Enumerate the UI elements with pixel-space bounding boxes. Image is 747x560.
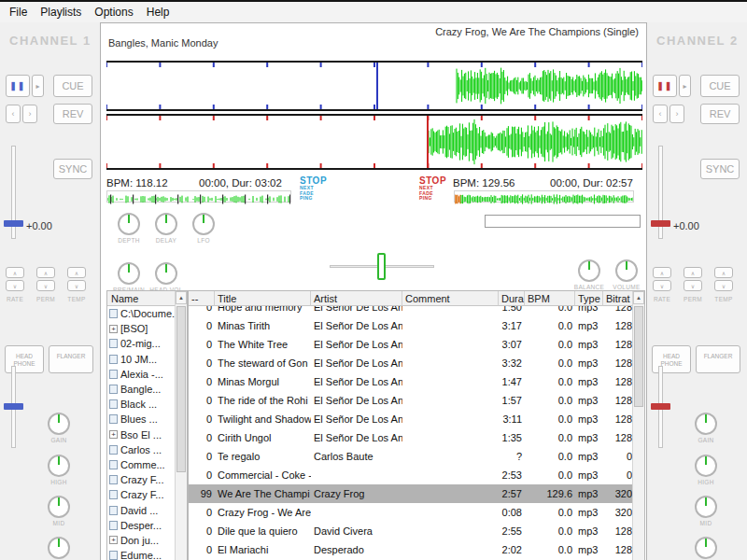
deck-a-waveform[interactable]: [106, 61, 642, 111]
channel-1-rev-button[interactable]: REV: [53, 104, 92, 124]
tree-item[interactable]: 10 JM...: [107, 352, 175, 367]
channel-2-pitch-slider-handle[interactable]: [651, 220, 670, 227]
tree-item[interactable]: Alexia -...: [107, 367, 175, 382]
channel-1-rate-down-button[interactable]: ∨: [6, 280, 24, 291]
channel-1-pitch-slider-handle[interactable]: [4, 220, 23, 227]
tree-item[interactable]: Crazy F...: [107, 487, 175, 502]
fx-depth-knob[interactable]: [118, 213, 140, 235]
channel-1-temp-up-button[interactable]: ∧: [67, 267, 86, 278]
channel-1-seek-back-button[interactable]: ‹: [6, 105, 21, 123]
deck-b-waveform[interactable]: [106, 114, 642, 170]
channel-1-temp-down-button[interactable]: ∨: [67, 280, 86, 291]
channel-1-low-knob[interactable]: [48, 537, 70, 559]
tree-item[interactable]: Edume...: [107, 548, 175, 560]
column-header-bpm[interactable]: BPM: [525, 291, 575, 306]
channel-2-mid-knob[interactable]: [695, 496, 717, 518]
channel-2-rev-button[interactable]: REV: [700, 104, 740, 124]
tree-item[interactable]: +[BSO]: [107, 321, 175, 336]
master-volume-knob[interactable]: [615, 259, 638, 282]
scroll-up-icon[interactable]: ▲: [633, 291, 644, 304]
tree-name-header[interactable]: Name: [107, 291, 176, 306]
column-header-comment[interactable]: Comment: [402, 291, 499, 306]
channel-2-play-button[interactable]: ▸: [679, 75, 691, 97]
deck-a-stop-indicator[interactable]: STOP NEXTFADEPING: [300, 175, 341, 202]
channel-1-play-button[interactable]: ▸: [32, 75, 44, 97]
channel-2-sync-button[interactable]: SYNC: [700, 159, 740, 179]
channel-2-rate-down-button[interactable]: ∨: [653, 280, 671, 291]
channel-2-temp-up-button[interactable]: ∧: [714, 267, 733, 278]
column-header-type[interactable]: Type: [575, 291, 603, 306]
channel-1-cue-button[interactable]: CUE: [53, 75, 92, 97]
tree-item[interactable]: Comme...: [107, 457, 175, 472]
channel-2-low-knob[interactable]: [695, 537, 717, 559]
tree-item[interactable]: C:\Docume...: [107, 306, 175, 321]
column-header-title[interactable]: Title: [215, 291, 311, 306]
tree-expand-icon[interactable]: +: [109, 430, 118, 439]
channel-1-mid-knob[interactable]: [48, 496, 70, 518]
master-balance-knob[interactable]: [578, 259, 600, 282]
channel-1-rate-up-button[interactable]: ∧: [6, 267, 24, 278]
table-row[interactable]: 0The steward of GonEl Señor De Los Anil3…: [189, 354, 632, 372]
deck-b-overview-strip[interactable]: [454, 190, 634, 203]
table-row[interactable]: 0Minas MorgulEl Señor De Los Anil1:470.0…: [189, 372, 632, 391]
table-row[interactable]: 0The White TreeEl Señor De Los Anil3:070…: [189, 335, 632, 354]
crossfader-handle[interactable]: [377, 253, 386, 280]
channel-2-volume-slider-handle[interactable]: [651, 403, 670, 410]
channel-1-gain-knob[interactable]: [48, 413, 70, 435]
table-row[interactable]: 0Te regaloCarlos Baute?0.0mp30: [189, 447, 632, 466]
search-input[interactable]: [485, 215, 641, 228]
channel-1-volume-slider-handle[interactable]: [4, 403, 23, 410]
table-row[interactable]: 0Cirith UngolEl Señor De Los Anil1:350.0…: [189, 428, 632, 447]
channel-2-perm-down-button[interactable]: ∨: [684, 280, 702, 291]
tree-item[interactable]: 02-mig...: [107, 336, 175, 351]
crossfader[interactable]: [330, 253, 434, 281]
channel-2-perm-up-button[interactable]: ∧: [684, 267, 702, 278]
column-header-[interactable]: --: [189, 291, 215, 306]
monitor-head-vol-knob[interactable]: [155, 262, 177, 285]
channel-2-pause-button[interactable]: ❚❚: [653, 75, 677, 97]
fx-delay-knob[interactable]: [155, 213, 177, 235]
table-row[interactable]: 0The ride of the RohiEl Señor De Los Ani…: [189, 391, 632, 410]
tree-item[interactable]: +Bso El ...: [107, 427, 175, 442]
channel-2-gain-knob[interactable]: [695, 413, 717, 435]
tree-item[interactable]: Blues ...: [107, 412, 175, 427]
tree-item[interactable]: Carlos ...: [107, 442, 175, 457]
channel-1-perm-down-button[interactable]: ∨: [36, 280, 55, 291]
channel-2-seek-back-button[interactable]: ‹: [653, 105, 668, 123]
table-row[interactable]: 0Crazy Frog - We Are0:080.0mp3320: [189, 503, 632, 522]
table-row[interactable]: 0Commercial - Coke -2:530.0mp30: [189, 466, 632, 484]
deck-a-overview-strip[interactable]: [106, 190, 291, 203]
tree-item[interactable]: Bangle...: [107, 382, 175, 397]
column-header-bitrat[interactable]: Bitrat: [603, 291, 635, 306]
table-row[interactable]: 0Minas TirithEl Señor De Los Anil3:170.0…: [189, 316, 632, 335]
channel-2-high-knob[interactable]: [695, 455, 717, 477]
tree-expand-icon[interactable]: +: [109, 325, 118, 333]
table-row[interactable]: 99We Are The ChampiCrazy Frog2:57129.6mp…: [189, 484, 632, 503]
channel-2-cue-button[interactable]: CUE: [700, 75, 740, 97]
channel-1-pause-button[interactable]: ❚❚: [6, 75, 30, 97]
fx-lfo-knob[interactable]: [192, 213, 215, 235]
menu-playlists[interactable]: Playlists: [34, 3, 88, 21]
channel-1-high-knob[interactable]: [48, 455, 70, 477]
table-row[interactable]: 0El MariachiDesperado2:020.0mp3128: [189, 540, 632, 559]
channel-2-temp-down-button[interactable]: ∨: [714, 280, 733, 291]
table-row[interactable]: 0Twilight and ShadowEl Señor De Los Anil…: [189, 410, 632, 428]
tree-item[interactable]: Crazy F...: [107, 472, 175, 487]
channel-2-flanger-button[interactable]: FLANGER: [696, 345, 740, 373]
channel-1-flanger-button[interactable]: FLANGER: [49, 345, 93, 373]
monitor-pre-main-knob[interactable]: [118, 262, 140, 285]
scroll-up-icon[interactable]: ▲: [176, 291, 187, 304]
table-row[interactable]: 0Dile que la quieroDavid Civera2:550.0mp…: [189, 522, 632, 540]
tree-item[interactable]: David ...: [107, 502, 175, 517]
tree-scrollbar[interactable]: ▲: [175, 291, 187, 560]
channel-1-seek-forward-button[interactable]: ›: [22, 105, 37, 123]
channel-1-perm-up-button[interactable]: ∧: [36, 267, 55, 278]
column-header-artist[interactable]: Artist: [311, 291, 402, 306]
channel-1-sync-button[interactable]: SYNC: [53, 159, 92, 179]
tree-expand-icon[interactable]: +: [109, 536, 118, 544]
tree-item[interactable]: Desper...: [107, 518, 175, 533]
column-header-dura[interactable]: Dura: [499, 291, 525, 306]
table-row[interactable]: 0Hope and memoryEl Señor De Los Anil1:50…: [189, 306, 632, 316]
menu-help[interactable]: Help: [140, 3, 176, 21]
channel-2-rate-up-button[interactable]: ∧: [653, 267, 671, 278]
